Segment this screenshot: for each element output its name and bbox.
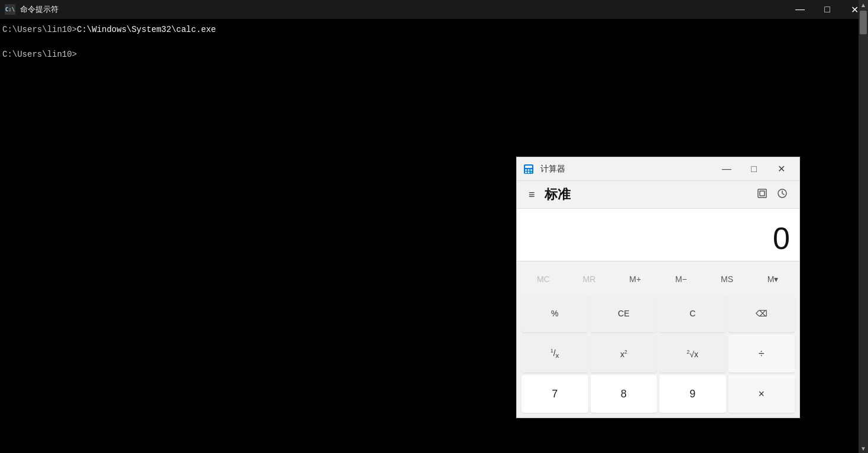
calc-row-3: 7 8 9 ×: [522, 375, 795, 413]
cmd-titlebar-controls: — □ ✕: [786, 0, 868, 19]
calc-display: 0: [517, 208, 799, 261]
calc-display-value: 0: [773, 223, 790, 254]
calc-titlebar-controls: — □ ✕: [713, 160, 795, 179]
calc-mr-button[interactable]: MR: [568, 266, 611, 292]
calc-mminus-button[interactable]: M−: [659, 266, 703, 292]
scroll-up-arrow[interactable]: ▲: [859, 0, 868, 9]
cmd-titlebar: C:\ 命令提示符 — □ ✕: [0, 0, 868, 19]
svg-rect-2: [525, 169, 527, 171]
calc-keep-on-top-button[interactable]: [757, 188, 767, 201]
cmd-scrollbar[interactable]: ▲ ▼: [859, 0, 868, 453]
cmd-line-1: C:\Users\lin10>C:\Windows\System32\calc.…: [2, 25, 216, 34]
scroll-thumb[interactable]: [860, 11, 867, 34]
calc-row-2: 1/x x2 2√x ÷: [522, 335, 795, 373]
calc-ce-button[interactable]: CE: [591, 295, 658, 332]
calc-reciprocal-button[interactable]: 1/x: [522, 335, 588, 373]
calc-title: 计算器: [540, 164, 713, 174]
calc-multiply-button[interactable]: ×: [728, 375, 795, 413]
svg-rect-3: [528, 169, 530, 171]
calc-percent-button[interactable]: %: [522, 295, 588, 332]
calc-mc-button[interactable]: MC: [522, 266, 565, 292]
scroll-down-arrow[interactable]: ▼: [859, 444, 868, 453]
calc-9-button[interactable]: 9: [659, 375, 726, 413]
calc-row-1: % CE C ⌫: [522, 295, 795, 332]
cmd-maximize-button[interactable]: □: [814, 0, 841, 19]
svg-rect-6: [528, 172, 530, 173]
svg-rect-8: [758, 189, 766, 198]
calc-mode-header: ≡ 标准: [517, 181, 799, 208]
svg-rect-5: [525, 172, 527, 173]
cmd-minimize-button[interactable]: —: [786, 0, 814, 19]
calc-mv-button[interactable]: M▾: [751, 266, 795, 292]
calc-window: 计算器 — □ ✕ ≡ 标准 0 MC MR: [516, 157, 800, 418]
calc-sqrt-button[interactable]: 2√x: [659, 335, 726, 373]
cmd-line-3: C:\Users\lin10>: [2, 50, 77, 59]
calc-memory-row: MC MR M+ M− MS M▾: [522, 266, 795, 292]
cmd-output: C:\Users\lin10>C:\Windows\System32\calc.…: [2, 24, 866, 61]
calc-ms-button[interactable]: MS: [705, 266, 749, 292]
calc-square-button[interactable]: x2: [591, 335, 658, 373]
calc-app-icon: [522, 162, 536, 176]
cmd-icon: C:\: [5, 4, 15, 15]
calc-c-button[interactable]: C: [659, 295, 726, 332]
calc-mode-title: 标准: [545, 186, 757, 203]
cmd-title: 命令提示符: [20, 4, 59, 15]
calc-maximize-button[interactable]: □: [740, 160, 767, 179]
calc-8-button[interactable]: 8: [591, 375, 658, 413]
svg-rect-4: [530, 169, 532, 171]
svg-rect-1: [525, 166, 532, 168]
calc-7-button[interactable]: 7: [522, 375, 588, 413]
svg-rect-9: [760, 191, 765, 196]
calc-titlebar: 计算器 — □ ✕: [517, 157, 799, 181]
calc-history-button[interactable]: [775, 186, 790, 203]
calc-close-button[interactable]: ✕: [767, 160, 795, 179]
calc-divide-button[interactable]: ÷: [728, 335, 795, 373]
calc-menu-button[interactable]: ≡: [526, 186, 537, 203]
svg-rect-7: [530, 172, 532, 173]
calc-buttons-area: MC MR M+ M− MS M▾ % CE C ⌫ 1/x x2 2√x ÷ …: [517, 261, 799, 418]
calc-minimize-button[interactable]: —: [713, 160, 740, 179]
calc-backspace-button[interactable]: ⌫: [728, 295, 795, 332]
calc-mplus-button[interactable]: M+: [613, 266, 657, 292]
